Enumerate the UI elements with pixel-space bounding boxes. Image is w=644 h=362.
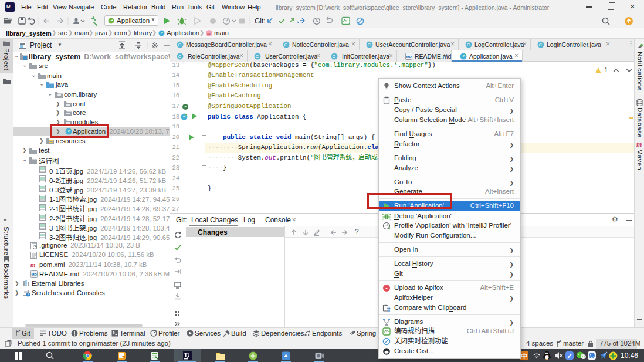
svg-text:MD: MD (406, 55, 412, 59)
svg-text:C: C (368, 42, 371, 48)
svg-text:MD: MD (32, 273, 38, 276)
svg-text:C: C (333, 54, 336, 59)
svg-text:C: C (284, 42, 288, 48)
svg-text:C: C (256, 54, 259, 59)
svg-text:C: C (539, 42, 543, 48)
svg-text:C: C (467, 42, 470, 48)
svg-text:m: m (207, 31, 211, 36)
svg-text:C: C (178, 42, 182, 48)
svg-text:C: C (178, 54, 182, 59)
svg-text:Git:: Git: (255, 17, 266, 25)
